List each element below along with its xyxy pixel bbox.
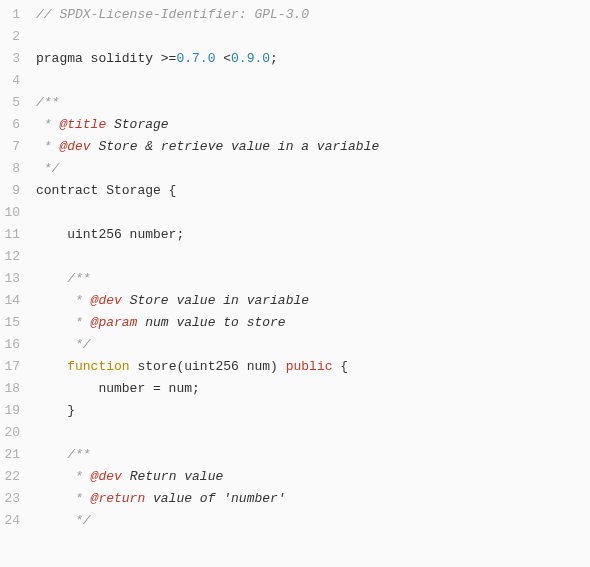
line-number: 21 [0, 444, 20, 466]
line-number: 13 [0, 268, 20, 290]
code-line: pragma solidity >=0.7.0 <0.9.0; [36, 48, 590, 70]
code-line [36, 70, 590, 92]
line-number: 8 [0, 158, 20, 180]
line-number: 15 [0, 312, 20, 334]
code-token: store(uint256 num) [130, 359, 286, 374]
code-line [36, 26, 590, 48]
code-line: uint256 number; [36, 224, 590, 246]
code-token: < [215, 51, 231, 66]
code-token: } [36, 403, 75, 418]
code-line: * @dev Return value [36, 466, 590, 488]
line-number: 16 [0, 334, 20, 356]
code-line: */ [36, 510, 590, 532]
line-number: 11 [0, 224, 20, 246]
code-token: @title [59, 117, 106, 132]
code-token: // SPDX-License-Identifier: GPL-3.0 [36, 7, 309, 22]
line-number: 4 [0, 70, 20, 92]
code-token: * [36, 293, 91, 308]
code-token: public [286, 359, 333, 374]
code-line: function store(uint256 num) public { [36, 356, 590, 378]
line-number: 1 [0, 4, 20, 26]
line-number: 3 [0, 48, 20, 70]
code-token: * [36, 139, 59, 154]
code-token: @return [91, 491, 146, 506]
code-token: Return value [122, 469, 223, 484]
code-token: Store value in variable [122, 293, 309, 308]
code-line: * @title Storage [36, 114, 590, 136]
code-line: */ [36, 158, 590, 180]
code-line: number = num; [36, 378, 590, 400]
line-number: 20 [0, 422, 20, 444]
code-line: } [36, 400, 590, 422]
code-token: /** [36, 95, 59, 110]
code-line: * @return value of 'number' [36, 488, 590, 510]
code-token: { [332, 359, 348, 374]
code-token: pragma solidity >= [36, 51, 176, 66]
line-number: 9 [0, 180, 20, 202]
code-token: * [36, 315, 91, 330]
line-number: 23 [0, 488, 20, 510]
code-token: @dev [59, 139, 90, 154]
code-token: Store & retrieve value in a variable [91, 139, 380, 154]
code-token: */ [36, 513, 91, 528]
code-token [36, 359, 67, 374]
code-token: value of 'number' [145, 491, 285, 506]
code-token: number = num; [36, 381, 200, 396]
code-line: /** [36, 268, 590, 290]
line-number-gutter: 123456789101112131415161718192021222324 [0, 4, 28, 532]
code-content: // SPDX-License-Identifier: GPL-3.0pragm… [28, 4, 590, 532]
code-line: * @param num value to store [36, 312, 590, 334]
line-number: 22 [0, 466, 20, 488]
code-line: * @dev Store value in variable [36, 290, 590, 312]
line-number: 6 [0, 114, 20, 136]
code-token: @param [91, 315, 138, 330]
line-number: 24 [0, 510, 20, 532]
code-token: Storage [106, 117, 168, 132]
line-number: 7 [0, 136, 20, 158]
code-token: /** [36, 271, 91, 286]
code-line [36, 246, 590, 268]
code-line: /** [36, 92, 590, 114]
code-line: /** [36, 444, 590, 466]
code-token: @dev [91, 293, 122, 308]
code-token: * [36, 469, 91, 484]
code-line: * @dev Store & retrieve value in a varia… [36, 136, 590, 158]
code-editor: 123456789101112131415161718192021222324 … [0, 0, 590, 536]
code-token: num value to store [137, 315, 285, 330]
line-number: 19 [0, 400, 20, 422]
code-token: ; [270, 51, 278, 66]
code-token: function [67, 359, 129, 374]
line-number: 10 [0, 202, 20, 224]
code-token: * [36, 491, 91, 506]
code-token: /** [36, 447, 91, 462]
line-number: 14 [0, 290, 20, 312]
line-number: 12 [0, 246, 20, 268]
code-line [36, 202, 590, 224]
code-line: contract Storage { [36, 180, 590, 202]
code-token: 0.9.0 [231, 51, 270, 66]
line-number: 17 [0, 356, 20, 378]
code-token: @dev [91, 469, 122, 484]
line-number: 2 [0, 26, 20, 48]
code-token: */ [36, 337, 91, 352]
code-line [36, 422, 590, 444]
code-token: uint256 number; [36, 227, 184, 242]
code-token: contract Storage { [36, 183, 176, 198]
code-token: 0.7.0 [176, 51, 215, 66]
line-number: 18 [0, 378, 20, 400]
code-line: */ [36, 334, 590, 356]
code-token: * [36, 117, 59, 132]
line-number: 5 [0, 92, 20, 114]
code-token: */ [36, 161, 59, 176]
code-line: // SPDX-License-Identifier: GPL-3.0 [36, 4, 590, 26]
